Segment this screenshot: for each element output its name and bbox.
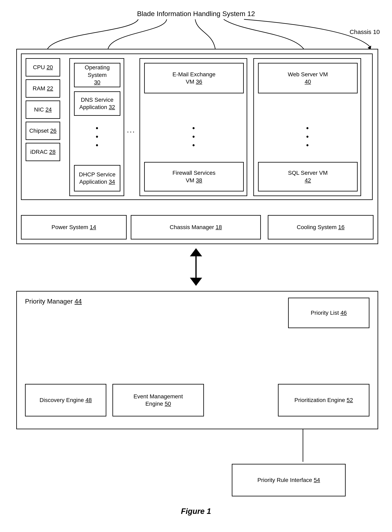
email-box: E-Mail ExchangeVM 36 (144, 63, 244, 93)
web-vm-box: Web Server VM40 (258, 63, 358, 93)
figure-caption: Figure 1 (0, 507, 392, 516)
cooling-system-box: Cooling System 16 (268, 215, 373, 240)
dns-box: DNS ServiceApplication 32 (74, 91, 120, 116)
svg-marker-7 (190, 278, 202, 286)
discovery-engine-box: Discovery Engine 48 (25, 384, 106, 416)
dhcp-box: DHCP ServiceApplication 34 (74, 165, 120, 191)
priority-manager-label: Priority Manager 44 (25, 298, 82, 305)
email-column: E-Mail ExchangeVM 36 ••• Firewall Servic… (140, 58, 247, 196)
svg-marker-6 (190, 248, 202, 256)
os-box: Operating System30 (74, 63, 120, 87)
diagram-container: Blade Information Handling System 12 Cha… (0, 0, 392, 532)
middle-dots: ··· (127, 127, 135, 136)
cpu-box: CPU 20 (26, 58, 60, 76)
hardware-column: CPU 20 RAM 22 NIC 24 Chipset 26 iDRAC 28 (26, 58, 64, 161)
web-column: Web Server VM40 ••• SQL Server VM42 (253, 58, 361, 196)
sql-vm-box: SQL Server VM42 (258, 162, 358, 191)
prioritization-engine-box: Prioritization Engine 52 (278, 384, 369, 416)
web-dots: ••• (254, 124, 362, 150)
event-management-box: Event ManagementEngine 50 (112, 384, 204, 416)
os-column: Operating System30 DNS ServiceApplicatio… (69, 58, 124, 196)
os-dots: ••• (70, 124, 125, 150)
email-dots: ••• (140, 124, 248, 150)
nic-box: NIC 24 (26, 100, 60, 119)
power-system-box: Power System 14 (21, 215, 127, 240)
firewall-box: Firewall ServicesVM 38 (144, 162, 244, 191)
bidirectional-arrow (0, 244, 392, 289)
blade-inner-box: CPU 20 RAM 22 NIC 24 Chipset 26 iDRAC 28 (21, 53, 373, 200)
idrac-box: iDRAC 28 (26, 143, 60, 161)
chassis-outer-box: CPU 20 RAM 22 NIC 24 Chipset 26 iDRAC 28 (16, 49, 378, 244)
priority-rule-interface-box: Priority Rule Interface 54 (232, 464, 346, 496)
ram-box: RAM 22 (26, 79, 60, 98)
priority-list-box: Priority List 46 (288, 298, 369, 328)
priority-manager-outer: Priority Manager 44 Priority List 46 Dis… (16, 291, 378, 429)
chassis-manager-box: Chassis Manager 18 (131, 215, 261, 240)
chipset-box: Chipset 26 (26, 122, 60, 140)
